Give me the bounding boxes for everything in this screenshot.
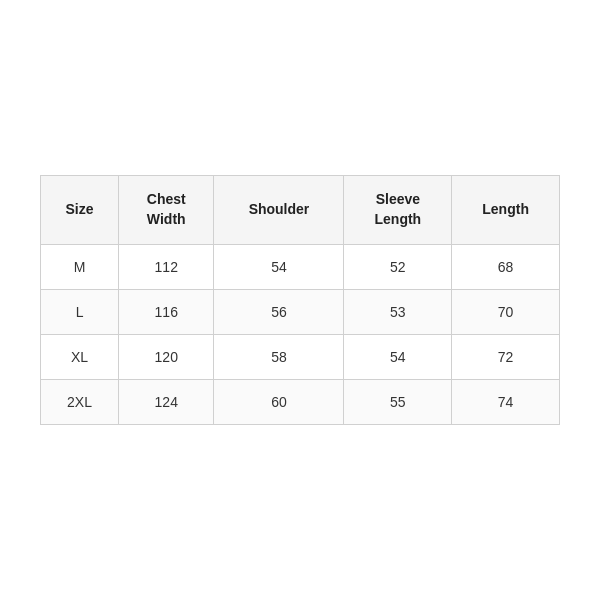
size-chart-container: Size ChestWidth Shoulder SleeveLength Le… xyxy=(40,175,560,424)
table-row: M112545268 xyxy=(41,244,560,289)
cell-length: 72 xyxy=(452,334,560,379)
cell-sleeve-length: 53 xyxy=(344,289,452,334)
header-length: Length xyxy=(452,176,560,244)
cell-size: XL xyxy=(41,334,119,379)
cell-size: 2XL xyxy=(41,379,119,424)
cell-chest-width: 116 xyxy=(119,289,214,334)
cell-length: 74 xyxy=(452,379,560,424)
cell-shoulder: 56 xyxy=(214,289,344,334)
cell-chest-width: 124 xyxy=(119,379,214,424)
cell-shoulder: 60 xyxy=(214,379,344,424)
cell-sleeve-length: 54 xyxy=(344,334,452,379)
header-sleeve-length: SleeveLength xyxy=(344,176,452,244)
table-row: 2XL124605574 xyxy=(41,379,560,424)
cell-sleeve-length: 52 xyxy=(344,244,452,289)
cell-shoulder: 54 xyxy=(214,244,344,289)
header-size: Size xyxy=(41,176,119,244)
cell-sleeve-length: 55 xyxy=(344,379,452,424)
cell-length: 70 xyxy=(452,289,560,334)
cell-shoulder: 58 xyxy=(214,334,344,379)
cell-chest-width: 112 xyxy=(119,244,214,289)
cell-size: L xyxy=(41,289,119,334)
size-chart-table: Size ChestWidth Shoulder SleeveLength Le… xyxy=(40,175,560,424)
header-chest-width: ChestWidth xyxy=(119,176,214,244)
cell-length: 68 xyxy=(452,244,560,289)
cell-size: M xyxy=(41,244,119,289)
table-row: XL120585472 xyxy=(41,334,560,379)
table-row: L116565370 xyxy=(41,289,560,334)
table-header-row: Size ChestWidth Shoulder SleeveLength Le… xyxy=(41,176,560,244)
cell-chest-width: 120 xyxy=(119,334,214,379)
header-shoulder: Shoulder xyxy=(214,176,344,244)
